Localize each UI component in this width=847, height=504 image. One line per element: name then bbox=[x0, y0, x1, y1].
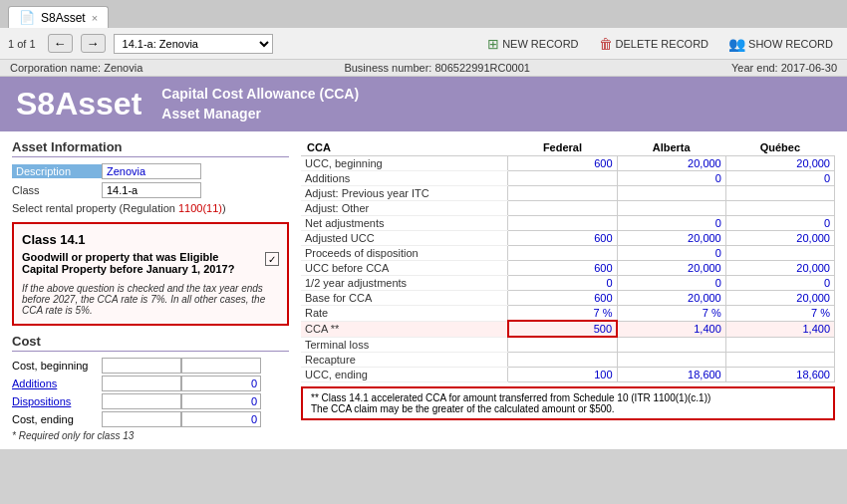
cca-row-label: Additions bbox=[301, 171, 508, 186]
cost-additions-value[interactable] bbox=[181, 376, 261, 391]
delete-record-button[interactable]: 🗑 DELETE RECORD bbox=[593, 34, 715, 54]
cca-row-quebec[interactable]: 0 bbox=[725, 216, 834, 231]
cca-row-quebec[interactable] bbox=[725, 201, 834, 216]
cca-row-federal[interactable] bbox=[508, 337, 617, 352]
cca-row-federal[interactable]: 600 bbox=[508, 261, 617, 276]
cost-beginning-label: Cost, beginning bbox=[12, 360, 102, 372]
cost-title: Cost bbox=[12, 334, 289, 352]
asset-info-title: Asset Information bbox=[12, 139, 289, 157]
cca-row-quebec[interactable] bbox=[725, 352, 834, 367]
description-label: Description bbox=[12, 164, 102, 178]
cost-additions-row: Additions bbox=[12, 376, 289, 391]
cca-row: Recapture bbox=[301, 352, 835, 367]
cca-row-federal[interactable] bbox=[508, 246, 617, 261]
cca-row-federal[interactable]: 100 bbox=[508, 367, 617, 381]
cca-row-federal[interactable] bbox=[508, 216, 617, 231]
cca-row-quebec[interactable]: 20,000 bbox=[725, 291, 834, 306]
cca-row-federal[interactable]: 600 bbox=[508, 156, 617, 171]
cca-row-federal[interactable] bbox=[508, 186, 617, 201]
cca-header-quebec: Québec bbox=[725, 139, 834, 156]
cca-row-alberta[interactable] bbox=[617, 186, 725, 201]
cca-row-alberta[interactable] bbox=[617, 201, 725, 216]
new-record-button[interactable]: ⊞ NEW RECORD bbox=[481, 34, 584, 54]
cca-row-quebec[interactable]: 0 bbox=[725, 276, 834, 291]
cca-row-label: Adjust: Other bbox=[301, 201, 508, 216]
cca-row-alberta[interactable]: 0 bbox=[617, 246, 725, 261]
cca-row-federal[interactable]: 600 bbox=[508, 291, 617, 306]
cca-row-alberta[interactable]: 20,000 bbox=[617, 156, 725, 171]
class-label: Class bbox=[12, 184, 102, 196]
cca-table: CCA Federal Alberta Québec UCC, beginnin… bbox=[301, 139, 835, 382]
cca-row-federal[interactable]: 600 bbox=[508, 231, 617, 246]
nav-back-button[interactable]: ← bbox=[48, 34, 73, 53]
cca-row-quebec[interactable]: 20,000 bbox=[725, 261, 834, 276]
cca-row-alberta[interactable]: 0 bbox=[617, 171, 725, 186]
cca-row-alberta[interactable]: 20,000 bbox=[617, 261, 725, 276]
cca-row-alberta[interactable] bbox=[617, 337, 725, 352]
cost-additions-input[interactable] bbox=[102, 376, 181, 391]
cca-row-label: Net adjustments bbox=[301, 216, 508, 231]
cca-row-quebec[interactable] bbox=[725, 246, 834, 261]
cca-row-alberta[interactable]: 18,600 bbox=[617, 367, 725, 381]
cost-ending-input[interactable] bbox=[102, 411, 181, 427]
cost-beginning-row: Cost, beginning bbox=[12, 358, 289, 374]
cca-row-alberta[interactable]: 1,400 bbox=[617, 321, 725, 337]
cost-dispositions-input[interactable] bbox=[102, 393, 181, 409]
cca-row-label: Adjust: Previous year ITC bbox=[301, 186, 508, 201]
new-record-icon: ⊞ bbox=[487, 36, 499, 52]
cca-row-federal[interactable] bbox=[508, 171, 617, 186]
cca-row-label: Adjusted UCC bbox=[301, 231, 508, 246]
show-record-button[interactable]: 👥 SHOW RECORD bbox=[722, 34, 839, 54]
cca-row-federal[interactable]: 500 bbox=[508, 321, 617, 337]
right-panel: CCA Federal Alberta Québec UCC, beginnin… bbox=[301, 139, 835, 441]
page-subtitle-line1: Capital Cost Allowance (CCA) bbox=[161, 85, 359, 105]
cca-header-label: CCA bbox=[301, 139, 508, 156]
cca-row-alberta[interactable]: 0 bbox=[617, 216, 725, 231]
cca-row-alberta[interactable]: 20,000 bbox=[617, 231, 725, 246]
cost-beginning-input2[interactable] bbox=[181, 358, 261, 374]
cost-dispositions-row: Dispositions bbox=[12, 393, 289, 409]
cca-row-alberta[interactable] bbox=[617, 352, 725, 367]
toolbar: 1 of 1 ← → 14.1-a: Zenovia ⊞ NEW RECORD … bbox=[0, 28, 847, 60]
cca-row: Additions00 bbox=[301, 171, 835, 186]
document-icon: 📄 bbox=[19, 10, 35, 25]
cca-row-quebec[interactable]: 0 bbox=[725, 171, 834, 186]
rental-link[interactable]: 1100(11) bbox=[178, 202, 222, 214]
class-checkbox[interactable]: ✓ bbox=[265, 252, 279, 266]
cca-row: UCC, ending10018,60018,600 bbox=[301, 367, 835, 381]
cost-additions-label[interactable]: Additions bbox=[12, 378, 102, 389]
cca-row-label: UCC, beginning bbox=[301, 156, 508, 171]
cca-row: UCC before CCA60020,00020,000 bbox=[301, 261, 835, 276]
cca-row-quebec[interactable]: 7 % bbox=[725, 306, 834, 322]
cca-row-label: Rate bbox=[301, 306, 508, 322]
tab-s8asset[interactable]: 📄 S8Asset × bbox=[8, 6, 109, 28]
cca-row-quebec[interactable]: 1,400 bbox=[725, 321, 834, 337]
cost-beginning-input[interactable] bbox=[102, 358, 181, 374]
cca-row-alberta[interactable]: 7 % bbox=[617, 306, 725, 322]
cca-row: Adjust: Previous year ITC bbox=[301, 186, 835, 201]
cca-row-federal[interactable] bbox=[508, 201, 617, 216]
cost-ending-value[interactable] bbox=[181, 411, 261, 427]
cca-row-alberta[interactable]: 0 bbox=[617, 276, 725, 291]
cca-row: Adjust: Other bbox=[301, 201, 835, 216]
cost-ending-label: Cost, ending bbox=[12, 413, 102, 425]
description-input[interactable] bbox=[102, 163, 201, 179]
cca-note-line2: The CCA claim may be the greater of the … bbox=[311, 403, 825, 414]
cca-row-quebec[interactable]: 18,600 bbox=[725, 367, 834, 381]
cca-row-quebec[interactable]: 20,000 bbox=[725, 156, 834, 171]
cost-dispositions-label[interactable]: Dispositions bbox=[12, 395, 102, 407]
cca-row-label: UCC before CCA bbox=[301, 261, 508, 276]
cca-row: Base for CCA60020,00020,000 bbox=[301, 291, 835, 306]
cca-row-alberta[interactable]: 20,000 bbox=[617, 291, 725, 306]
cca-row-quebec[interactable] bbox=[725, 337, 834, 352]
tab-close-button[interactable]: × bbox=[92, 12, 98, 24]
cca-row-federal[interactable]: 0 bbox=[508, 276, 617, 291]
class-input[interactable] bbox=[102, 182, 201, 198]
cca-row-quebec[interactable]: 20,000 bbox=[725, 231, 834, 246]
cca-row-federal[interactable] bbox=[508, 352, 617, 367]
cca-row-federal[interactable]: 7 % bbox=[508, 306, 617, 322]
nav-forward-button[interactable]: → bbox=[81, 34, 106, 53]
record-select[interactable]: 14.1-a: Zenovia bbox=[114, 34, 273, 54]
cca-row-quebec[interactable] bbox=[725, 186, 834, 201]
cost-dispositions-value[interactable] bbox=[181, 393, 261, 409]
